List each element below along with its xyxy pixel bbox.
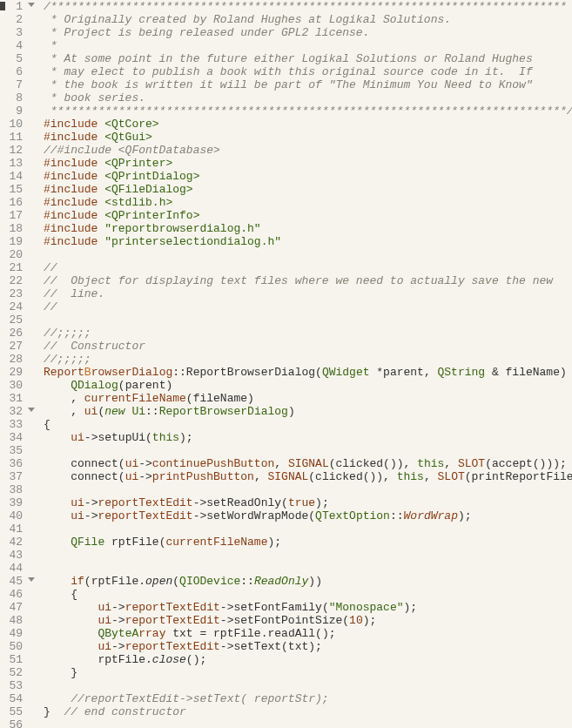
code-line[interactable]: #include "reportbrowserdialog.h" — [44, 222, 572, 235]
fold-gutter-line — [26, 222, 38, 235]
code-line[interactable]: if(rptFile.open(QIODevice::ReadOnly)) — [44, 575, 572, 588]
fold-arrow-icon[interactable] — [28, 3, 35, 7]
code-line[interactable]: // Constructor — [44, 340, 572, 353]
fold-gutter-line — [26, 549, 38, 562]
code-line[interactable]: #include "printerselectiondialog.h" — [44, 235, 572, 248]
code-line[interactable]: } // end constructor — [44, 705, 572, 718]
fold-gutter-line — [26, 104, 38, 118]
code-line[interactable]: //#include <QFontDatabase> — [44, 144, 572, 157]
line-number: 35 — [7, 444, 23, 457]
fold-gutter-line — [26, 65, 38, 78]
line-number: 21 — [7, 261, 23, 274]
fold-gutter-line — [26, 118, 38, 131]
code-line[interactable]: ui->setupUi(this); — [44, 431, 572, 444]
line-number: 36 — [7, 457, 23, 470]
code-line[interactable]: * Project is being released under GPL2 l… — [44, 26, 572, 39]
code-line[interactable]: #include <QPrinterInfo> — [44, 209, 572, 222]
line-number: 53 — [7, 679, 23, 692]
line-number: 48 — [7, 614, 23, 627]
code-line[interactable]: rptFile.close(); — [44, 653, 572, 666]
fold-gutter-line — [26, 144, 38, 157]
code-line[interactable] — [44, 549, 572, 562]
fold-gutter-line — [26, 183, 38, 196]
line-number: 43 — [7, 549, 23, 562]
code-line[interactable]: /***************************************… — [44, 0, 572, 13]
code-line[interactable] — [44, 562, 572, 575]
code-line[interactable]: //reportTextEdit->setText( reportStr); — [44, 692, 572, 705]
code-line[interactable]: * book series. — [44, 91, 572, 104]
code-line[interactable]: { — [44, 588, 572, 601]
code-line[interactable]: #include <QPrinter> — [44, 157, 572, 170]
code-line[interactable]: #include <QtGui> — [44, 131, 572, 144]
code-line[interactable]: // — [44, 300, 572, 313]
code-line[interactable]: // line. — [44, 287, 572, 300]
code-line[interactable]: connect(ui->printPushButton, SIGNAL(clic… — [44, 470, 572, 483]
code-line[interactable]: connect(ui->continuePushButton, SIGNAL(c… — [44, 457, 572, 470]
code-line[interactable]: ReportBrowserDialog::ReportBrowserDialog… — [44, 366, 572, 379]
line-number: 3 — [7, 26, 23, 39]
line-number: 20 — [7, 248, 23, 261]
fold-arrow-icon[interactable] — [28, 408, 35, 412]
line-number: 10 — [7, 118, 23, 131]
code-line[interactable]: QDialog(parent) — [44, 379, 572, 392]
code-area[interactable]: /***************************************… — [38, 0, 572, 728]
code-line[interactable]: // Object for displaying text files wher… — [44, 274, 572, 287]
line-number: 12 — [7, 144, 23, 157]
code-line[interactable]: * — [44, 39, 572, 52]
fold-gutter-line — [26, 483, 38, 496]
code-line[interactable]: ui->reportTextEdit->setText(txt); — [44, 640, 572, 653]
code-line[interactable]: ui->reportTextEdit->setReadOnly(true); — [44, 496, 572, 509]
code-line[interactable]: //;;;;; — [44, 327, 572, 340]
code-line[interactable]: #include <QPrintDialog> — [44, 170, 572, 183]
code-line[interactable] — [44, 483, 572, 496]
code-line[interactable] — [44, 313, 572, 327]
fold-gutter-line — [26, 91, 38, 104]
code-line[interactable]: #include <QFileDialog> — [44, 183, 572, 196]
fold-gutter-line — [26, 248, 38, 261]
fold-gutter-line — [26, 39, 38, 52]
code-editor[interactable]: 1234567891011121314151617181920212223242… — [0, 0, 572, 728]
code-line[interactable]: * the book is written it will be part of… — [44, 78, 572, 91]
code-line[interactable]: * may elect to publish a book with this … — [44, 65, 572, 78]
code-line[interactable]: * At some point in the future either Log… — [44, 52, 572, 65]
line-number: 46 — [7, 588, 23, 601]
fold-gutter-line — [26, 536, 38, 549]
code-line[interactable]: , ui(new Ui::ReportBrowserDialog) — [44, 405, 572, 418]
fold-gutter — [26, 0, 38, 728]
fold-gutter-line — [26, 692, 38, 705]
line-number: 1 — [7, 0, 23, 13]
line-number: 9 — [7, 104, 23, 118]
code-line[interactable]: } — [44, 666, 572, 679]
code-line[interactable]: ****************************************… — [44, 104, 572, 118]
code-line[interactable]: // — [44, 261, 572, 274]
code-line[interactable]: ui->reportTextEdit->setFontPointSize(10)… — [44, 614, 572, 627]
code-line[interactable] — [44, 522, 572, 536]
code-line[interactable] — [44, 679, 572, 692]
code-line[interactable] — [44, 718, 572, 728]
code-line[interactable]: { — [44, 418, 572, 431]
code-line[interactable]: * Originally created by Roland Hughes at… — [44, 13, 572, 26]
fold-gutter-line — [26, 405, 38, 418]
fold-gutter-line — [26, 418, 38, 431]
code-line[interactable]: #include <QtCore> — [44, 118, 572, 131]
line-number: 52 — [7, 666, 23, 679]
fold-gutter-line — [26, 627, 38, 640]
line-number: 56 — [7, 718, 23, 728]
code-line[interactable]: QByteArray txt = rptFile.readAll(); — [44, 627, 572, 640]
line-number: 38 — [7, 483, 23, 496]
code-line[interactable]: ui->reportTextEdit->setWordWrapMode(QTex… — [44, 509, 572, 522]
code-line[interactable]: ui->reportTextEdit->setFontFamily("Monos… — [44, 601, 572, 614]
fold-gutter-line — [26, 78, 38, 91]
fold-gutter-line — [26, 705, 38, 718]
bookmark-marker-icon[interactable] — [0, 2, 5, 10]
line-number: 34 — [7, 431, 23, 444]
fold-arrow-icon[interactable] — [28, 577, 35, 582]
code-line[interactable]: QFile rptFile(currentFileName); — [44, 536, 572, 549]
code-line[interactable] — [44, 444, 572, 457]
code-line[interactable]: //;;;;; — [44, 353, 572, 366]
code-line[interactable] — [44, 248, 572, 261]
code-line[interactable]: , currentFileName(fileName) — [44, 392, 572, 405]
line-number: 33 — [7, 418, 23, 431]
code-line[interactable]: #include <stdlib.h> — [44, 196, 572, 209]
fold-gutter-line — [26, 640, 38, 653]
